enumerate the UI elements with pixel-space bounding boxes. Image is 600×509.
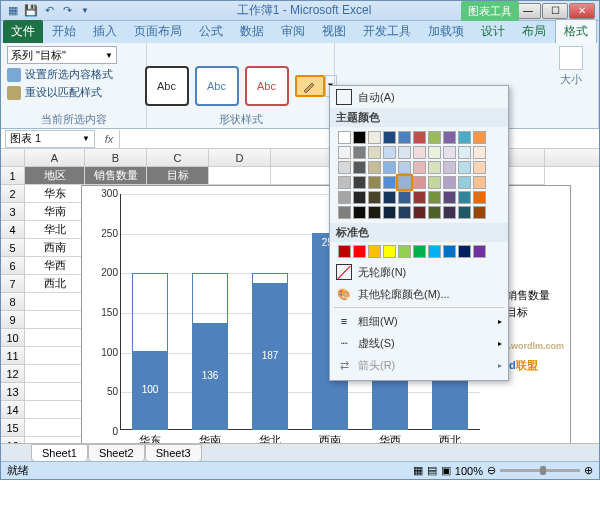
- size-icon[interactable]: [559, 46, 583, 70]
- cell[interactable]: [25, 347, 85, 365]
- row-header[interactable]: 3: [1, 203, 25, 221]
- cell[interactable]: [25, 311, 85, 329]
- color-swatch[interactable]: [413, 131, 426, 144]
- row-header[interactable]: 2: [1, 185, 25, 203]
- color-swatch[interactable]: [383, 191, 396, 204]
- color-swatch[interactable]: [368, 191, 381, 204]
- tab-2[interactable]: 页面布局: [126, 20, 190, 43]
- color-swatch[interactable]: [338, 161, 351, 174]
- auto-color-item[interactable]: 自动(A): [330, 86, 508, 108]
- color-swatch[interactable]: [413, 206, 426, 219]
- selection-combo[interactable]: 系列 "目标"▼: [7, 46, 117, 64]
- row-header[interactable]: 5: [1, 239, 25, 257]
- color-swatch[interactable]: [398, 161, 411, 174]
- color-swatch[interactable]: [443, 245, 456, 258]
- row-header[interactable]: 1: [1, 167, 25, 185]
- color-swatch[interactable]: [428, 245, 441, 258]
- zoom-in-button[interactable]: ⊕: [584, 464, 593, 477]
- color-swatch[interactable]: [458, 176, 471, 189]
- color-swatch[interactable]: [353, 206, 366, 219]
- row-header[interactable]: 14: [1, 401, 25, 419]
- color-swatch[interactable]: [383, 206, 396, 219]
- reset-style-button[interactable]: 重设以匹配样式: [7, 85, 140, 100]
- col-header[interactable]: A: [25, 149, 85, 166]
- color-swatch[interactable]: [368, 161, 381, 174]
- color-swatch[interactable]: [353, 245, 366, 258]
- color-swatch[interactable]: [428, 176, 441, 189]
- col-header[interactable]: D: [209, 149, 271, 166]
- color-swatch[interactable]: [443, 176, 456, 189]
- sheet-tab[interactable]: Sheet3: [145, 444, 202, 462]
- color-swatch[interactable]: [443, 161, 456, 174]
- color-swatch[interactable]: [338, 245, 351, 258]
- color-swatch[interactable]: [398, 176, 411, 189]
- weight-item[interactable]: ≡ 粗细(W) ▸: [330, 310, 508, 332]
- cell[interactable]: 华东: [25, 185, 85, 203]
- color-swatch[interactable]: [383, 176, 396, 189]
- cell[interactable]: [25, 401, 85, 419]
- color-swatch[interactable]: [383, 131, 396, 144]
- cell[interactable]: [209, 167, 271, 185]
- row-header[interactable]: 7: [1, 275, 25, 293]
- color-swatch[interactable]: [458, 191, 471, 204]
- color-swatch[interactable]: [338, 206, 351, 219]
- tab-ctx-2[interactable]: 格式: [555, 19, 597, 43]
- tab-ctx-0[interactable]: 设计: [473, 20, 513, 43]
- color-swatch[interactable]: [443, 191, 456, 204]
- row-header[interactable]: 11: [1, 347, 25, 365]
- color-swatch[interactable]: [443, 206, 456, 219]
- cell[interactable]: 目标: [147, 167, 209, 185]
- col-header[interactable]: C: [147, 149, 209, 166]
- color-swatch[interactable]: [338, 176, 351, 189]
- color-swatch[interactable]: [383, 161, 396, 174]
- row-header[interactable]: 13: [1, 383, 25, 401]
- dash-item[interactable]: ┈ 虚线(S) ▸: [330, 332, 508, 354]
- tab-5[interactable]: 审阅: [273, 20, 313, 43]
- tab-4[interactable]: 数据: [232, 20, 272, 43]
- row-header[interactable]: 9: [1, 311, 25, 329]
- tab-file[interactable]: 文件: [3, 20, 43, 43]
- tab-6[interactable]: 视图: [314, 20, 354, 43]
- color-swatch[interactable]: [413, 176, 426, 189]
- color-swatch[interactable]: [368, 206, 381, 219]
- color-swatch[interactable]: [413, 191, 426, 204]
- col-header[interactable]: B: [85, 149, 147, 166]
- tab-3[interactable]: 公式: [191, 20, 231, 43]
- cell[interactable]: 华南: [25, 203, 85, 221]
- row-header[interactable]: 8: [1, 293, 25, 311]
- tab-8[interactable]: 加载项: [420, 20, 472, 43]
- color-swatch[interactable]: [413, 245, 426, 258]
- tab-1[interactable]: 插入: [85, 20, 125, 43]
- color-swatch[interactable]: [473, 176, 486, 189]
- format-selection-button[interactable]: 设置所选内容格式: [7, 67, 140, 82]
- sheet-tab[interactable]: Sheet2: [88, 444, 145, 462]
- zoom-level[interactable]: 100%: [455, 465, 483, 477]
- row-header[interactable]: 6: [1, 257, 25, 275]
- color-swatch[interactable]: [398, 245, 411, 258]
- cell[interactable]: 销售数量: [85, 167, 147, 185]
- color-swatch[interactable]: [383, 245, 396, 258]
- arrow-item[interactable]: ⇄ 箭头(R) ▸: [330, 354, 508, 376]
- qat-dropdown-icon[interactable]: ▼: [77, 3, 93, 19]
- cell[interactable]: [25, 365, 85, 383]
- color-swatch[interactable]: [368, 131, 381, 144]
- row-header[interactable]: 15: [1, 419, 25, 437]
- color-swatch[interactable]: [458, 206, 471, 219]
- color-swatch[interactable]: [443, 146, 456, 159]
- color-swatch[interactable]: [428, 206, 441, 219]
- color-swatch[interactable]: [443, 131, 456, 144]
- color-swatch[interactable]: [428, 146, 441, 159]
- shape-style-3[interactable]: Abc: [245, 66, 289, 106]
- cell[interactable]: 华北: [25, 221, 85, 239]
- color-swatch[interactable]: [383, 146, 396, 159]
- shape-style-1[interactable]: Abc: [145, 66, 189, 106]
- close-button[interactable]: ✕: [569, 3, 595, 19]
- view-normal-icon[interactable]: ▦: [413, 464, 423, 477]
- cell[interactable]: [25, 329, 85, 347]
- redo-icon[interactable]: ↷: [59, 3, 75, 19]
- color-swatch[interactable]: [368, 176, 381, 189]
- color-swatch[interactable]: [413, 146, 426, 159]
- color-swatch[interactable]: [353, 161, 366, 174]
- cell[interactable]: 西南: [25, 239, 85, 257]
- zoom-out-button[interactable]: ⊖: [487, 464, 496, 477]
